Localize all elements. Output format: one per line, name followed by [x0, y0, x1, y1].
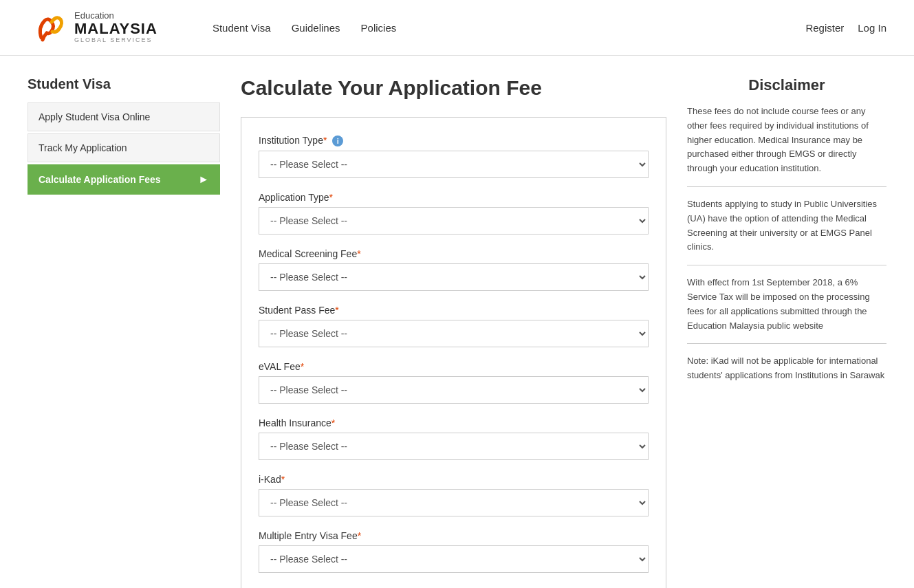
arrow-right-icon: ► — [198, 173, 209, 186]
login-link[interactable]: Log In — [858, 22, 886, 34]
nav-student-visa[interactable]: Student Visa — [213, 22, 271, 34]
disclaimer-title: Disclaimer — [687, 76, 886, 94]
select-institution-type[interactable]: -- Please Select -- — [259, 151, 649, 178]
disclaimer-panel: Disclaimer These fees do not include cou… — [687, 76, 886, 588]
sidebar-calculate-label: Calculate Application Fees — [39, 174, 161, 185]
sidebar-apply-label: Apply Student Visa Online — [39, 111, 150, 122]
select-medical-screening[interactable]: -- Please Select -- — [259, 263, 649, 291]
form-group-multiple-entry: Multiple Entry Visa Fee* -- Please Selec… — [259, 530, 649, 573]
sidebar-item-calculate[interactable]: Calculate Application Fees ► — [28, 164, 220, 195]
label-eval: eVAL Fee* — [259, 361, 649, 372]
required-star-3: * — [335, 305, 338, 316]
logo-education: Education — [74, 11, 157, 21]
logo-text: Education MALAYSIA GLOBAL SERVICES — [74, 11, 157, 44]
content-area: Calculate Your Application Fee Instituti… — [241, 76, 666, 588]
header: Education MALAYSIA GLOBAL SERVICES Stude… — [0, 0, 914, 56]
nav-policies[interactable]: Policies — [361, 22, 397, 34]
disclaimer-para-2: With effect from 1st September 2018, a 6… — [687, 276, 886, 344]
form-group-eval: eVAL Fee* -- Please Select -- — [259, 361, 649, 404]
required-star-5: * — [331, 417, 335, 428]
label-ikad: i-Kad* — [259, 474, 649, 485]
select-eval[interactable]: -- Please Select -- — [259, 376, 649, 404]
required-star-6: * — [281, 474, 285, 485]
sidebar-item-track[interactable]: Track My Application — [28, 133, 220, 162]
select-health-insurance[interactable]: -- Please Select -- — [259, 433, 649, 460]
sidebar: Student Visa Apply Student Visa Online T… — [28, 76, 220, 588]
required-star-1: * — [329, 192, 332, 203]
sidebar-item-apply[interactable]: Apply Student Visa Online — [28, 102, 220, 131]
logo-icon — [28, 7, 69, 48]
required-star-4: * — [301, 361, 304, 372]
select-application-type[interactable]: -- Please Select -- — [259, 207, 649, 235]
form-group-student-pass: Student Pass Fee* -- Please Select -- — [259, 305, 649, 347]
logo-gs: GLOBAL SERVICES — [74, 37, 157, 44]
label-student-pass: Student Pass Fee* — [259, 305, 649, 316]
disclaimer-para-3: Note: iKad will not be applicable for in… — [687, 354, 886, 393]
main-nav: Student Visa Guidelines Policies — [213, 22, 806, 34]
select-student-pass[interactable]: -- Please Select -- — [259, 320, 649, 347]
page-title: Calculate Your Application Fee — [241, 76, 666, 100]
form-group-medical-screening: Medical Screening Fee* -- Please Select … — [259, 248, 649, 291]
sidebar-title: Student Visa — [28, 76, 220, 92]
select-multiple-entry[interactable]: -- Please Select -- — [259, 545, 649, 573]
form-group-institution-type: Institution Type* i -- Please Select -- — [259, 135, 649, 178]
label-medical-screening: Medical Screening Fee* — [259, 248, 649, 259]
label-multiple-entry: Multiple Entry Visa Fee* — [259, 530, 649, 541]
info-icon-institution[interactable]: i — [332, 135, 343, 146]
header-right: Register Log In — [805, 22, 886, 34]
label-health-insurance: Health Insurance* — [259, 417, 649, 428]
disclaimer-para-0: These fees do not include course fees or… — [687, 105, 886, 187]
form-panel: Institution Type* i -- Please Select -- … — [241, 117, 666, 588]
form-group-health-insurance: Health Insurance* -- Please Select -- — [259, 417, 649, 460]
main-layout: Student Visa Apply Student Visa Online T… — [0, 56, 914, 588]
required-star-2: * — [357, 248, 360, 259]
required-star-7: * — [358, 530, 361, 541]
register-link[interactable]: Register — [805, 22, 844, 34]
select-ikad[interactable]: -- Please Select -- — [259, 489, 649, 516]
form-group-ikad: i-Kad* -- Please Select -- — [259, 474, 649, 516]
disclaimer-para-1: Students applying to study in Public Uni… — [687, 197, 886, 265]
logo-malaysia: MALAYSIA — [74, 21, 157, 37]
logo: Education MALAYSIA GLOBAL SERVICES — [28, 7, 157, 48]
label-institution-type: Institution Type* i — [259, 135, 649, 146]
form-group-application-type: Application Type* -- Please Select -- — [259, 192, 649, 235]
sidebar-track-label: Track My Application — [39, 142, 127, 153]
nav-guidelines[interactable]: Guidelines — [292, 22, 340, 34]
label-application-type: Application Type* — [259, 192, 649, 203]
required-star-0: * — [323, 135, 327, 146]
